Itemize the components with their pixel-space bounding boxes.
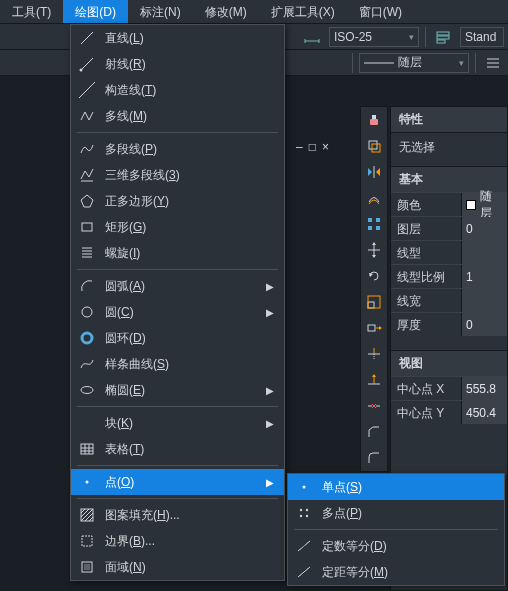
svg-rect-8	[372, 144, 380, 152]
submenu-arrow-icon: ▶	[266, 385, 274, 396]
props-value[interactable]	[461, 241, 507, 264]
chevron-down-icon: ▾	[459, 58, 464, 68]
rect-icon	[77, 217, 97, 237]
menu-item-ptm[interactable]: 多点(P)	[288, 500, 504, 526]
menu-item-block[interactable]: 块(K)▶	[71, 410, 284, 436]
copy-tool[interactable]	[361, 133, 387, 159]
menubar-item[interactable]: 窗口(W)	[347, 0, 414, 23]
props-row[interactable]: 颜色随层	[391, 192, 507, 216]
menu-item-hatch[interactable]: 图案填充(H)...	[71, 502, 284, 528]
linetype-manager-icon[interactable]	[482, 52, 504, 74]
props-row[interactable]: 中心点 X555.8	[391, 376, 507, 400]
svg-point-29	[82, 307, 92, 317]
break-tool[interactable]	[361, 393, 387, 419]
svg-line-24	[81, 58, 93, 70]
mirror-tool[interactable]	[361, 159, 387, 185]
menu-item-label: 图案填充(H)...	[105, 507, 274, 524]
menu-item-label: 三维多段线(3)	[105, 167, 274, 184]
linetype-combo[interactable]: 随层 ▾	[359, 53, 469, 73]
textstyle-combo[interactable]: Stand	[460, 27, 504, 47]
dimstyle-value: ISO-25	[334, 30, 372, 44]
move-tool[interactable]	[361, 237, 387, 263]
ptm-icon	[294, 503, 314, 523]
chamfer-tool[interactable]	[361, 419, 387, 445]
menubar-item[interactable]: 工具(T)	[0, 0, 63, 23]
extend-tool[interactable]	[361, 367, 387, 393]
props-section-header: 视图	[391, 350, 507, 376]
menu-item-ellipse[interactable]: 椭圆(E)▶	[71, 377, 284, 403]
minimize-icon[interactable]: –	[296, 140, 303, 154]
svg-rect-11	[368, 218, 372, 222]
svg-marker-21	[379, 326, 382, 330]
menubar-item[interactable]: 绘图(D)	[63, 0, 128, 23]
menubar-item[interactable]: 扩展工具(X)	[259, 0, 347, 23]
svg-rect-0	[437, 32, 449, 35]
menu-item-region[interactable]: 面域(N)	[71, 554, 284, 580]
rotate-tool[interactable]	[361, 263, 387, 289]
textstyle-icon[interactable]	[432, 26, 454, 48]
svg-line-23	[81, 32, 93, 44]
menu-item-divide[interactable]: 定数等分(D)	[288, 533, 504, 559]
menubar-item[interactable]: 修改(M)	[193, 0, 259, 23]
menu-item-pt1[interactable]: 单点(S)	[288, 474, 504, 500]
menu-item-boundary[interactable]: 边界(B)...	[71, 528, 284, 554]
dimstyle-combo[interactable]: ISO-25 ▾	[329, 27, 419, 47]
menu-item-label: 椭圆(E)	[105, 382, 260, 399]
props-row[interactable]: 线型	[391, 240, 507, 264]
fillet-tool[interactable]	[361, 445, 387, 471]
offset-tool[interactable]	[361, 185, 387, 211]
menu-item-ray[interactable]: 射线(R)	[71, 51, 284, 77]
svg-marker-10	[376, 168, 380, 176]
polygon-icon	[77, 191, 97, 211]
menu-item-circle[interactable]: 圆(C)▶	[71, 299, 284, 325]
menu-item-measure[interactable]: 定距等分(M)	[288, 559, 504, 585]
props-value[interactable]: 555.8	[461, 377, 507, 400]
svg-point-38	[303, 486, 306, 489]
menu-item-spline[interactable]: 样条曲线(S)	[71, 351, 284, 377]
svg-point-30	[82, 333, 92, 343]
block-icon	[77, 413, 97, 433]
svg-point-41	[300, 515, 302, 517]
svg-rect-18	[368, 302, 374, 308]
menu-item-helix[interactable]: 螺旋(I)	[71, 240, 284, 266]
props-row[interactable]: 图层0	[391, 216, 507, 240]
menu-item-label: 圆弧(A)	[105, 278, 260, 295]
menu-item-polygon[interactable]: 正多边形(Y)	[71, 188, 284, 214]
props-value[interactable]: 0	[461, 313, 507, 336]
properties-selection[interactable]: 无选择	[391, 133, 507, 166]
menu-item-rect[interactable]: 矩形(G)	[71, 214, 284, 240]
props-value[interactable]: 随层	[461, 193, 507, 216]
color-swatch	[466, 200, 476, 210]
menu-item-table[interactable]: 表格(T)	[71, 436, 284, 462]
menu-item-label: 多点(P)	[322, 505, 494, 522]
helix-icon	[77, 243, 97, 263]
menu-item-arc[interactable]: 圆弧(A)▶	[71, 273, 284, 299]
svg-rect-32	[81, 444, 93, 454]
array-tool[interactable]	[361, 211, 387, 237]
stretch-tool[interactable]	[361, 315, 387, 341]
props-value[interactable]	[461, 289, 507, 312]
props-row[interactable]: 线型比例1	[391, 264, 507, 288]
submenu-arrow-icon: ▶	[266, 281, 274, 292]
props-row[interactable]: 厚度0	[391, 312, 507, 336]
divide-icon	[294, 536, 314, 556]
props-row[interactable]: 线宽	[391, 288, 507, 312]
menu-item-donut[interactable]: 圆环(D)	[71, 325, 284, 351]
trim-tool[interactable]	[361, 341, 387, 367]
props-value[interactable]: 0	[461, 217, 507, 240]
erase-tool[interactable]	[361, 107, 387, 133]
props-value[interactable]: 1	[461, 265, 507, 288]
menu-item-pline[interactable]: 多段线(P)	[71, 136, 284, 162]
menu-item-3dpoly[interactable]: 三维多段线(3)	[71, 162, 284, 188]
menu-item-xline[interactable]: 构造线(T)	[71, 77, 284, 103]
dimension-icon[interactable]	[301, 26, 323, 48]
close-icon[interactable]: ×	[322, 140, 329, 154]
menu-item-mline[interactable]: 多线(M)	[71, 103, 284, 129]
props-row[interactable]: 中心点 Y450.4	[391, 400, 507, 424]
maximize-icon[interactable]: □	[309, 140, 316, 154]
menu-item-point[interactable]: 点(O)▶	[71, 469, 284, 495]
menu-item-line[interactable]: 直线(L)	[71, 25, 284, 51]
scale-tool[interactable]	[361, 289, 387, 315]
menubar-item[interactable]: 标注(N)	[128, 0, 193, 23]
props-value[interactable]: 450.4	[461, 401, 507, 424]
